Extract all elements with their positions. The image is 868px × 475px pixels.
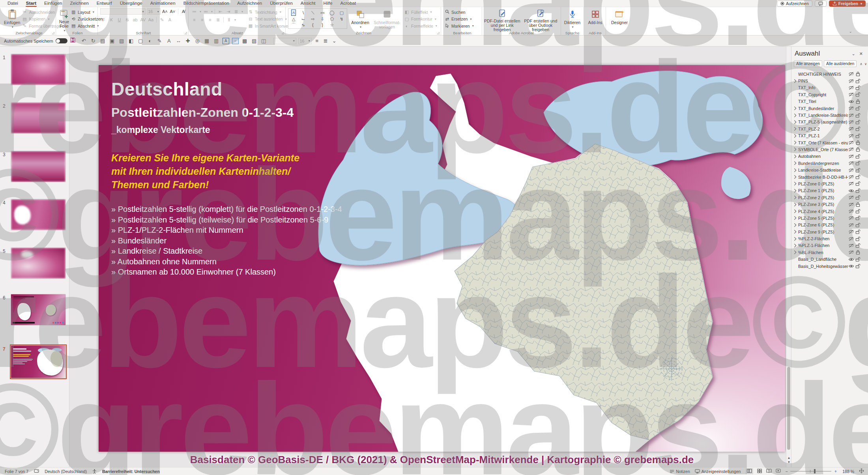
- eye-hidden-icon[interactable]: [848, 154, 855, 159]
- paste-button[interactable]: Einfügen ▾: [4, 8, 20, 30]
- new-slide-button[interactable]: Neue Folie ▾: [59, 8, 69, 30]
- addins-button[interactable]: Add-Ins: [586, 8, 604, 30]
- lock-closed-icon[interactable]: [855, 147, 861, 152]
- expand-chevron-icon[interactable]: [794, 168, 798, 172]
- layer-row[interactable]: PLZ-Zone 0 (PLZ5): [791, 180, 868, 187]
- shape-5-icon[interactable]: ▢: [340, 10, 344, 15]
- paste-icon[interactable]: ▣: [109, 38, 116, 44]
- eye-visible-icon[interactable]: [848, 99, 855, 104]
- eye-hidden-icon[interactable]: [848, 175, 855, 179]
- redo-icon[interactable]: ↻: [90, 38, 97, 44]
- layer-row[interactable]: Basis_D_Landfläche: [791, 256, 868, 263]
- lock-open-icon[interactable]: [855, 154, 861, 159]
- align-center-button[interactable]: ≡: [199, 17, 206, 23]
- group-objects-icon[interactable]: ▩: [241, 38, 248, 44]
- shape-effects-icon[interactable]: ◐: [147, 38, 153, 44]
- designer-button[interactable]: Designer: [608, 8, 631, 30]
- expand-chevron-icon[interactable]: [794, 154, 798, 159]
- menu-tab-animationen[interactable]: Animationen: [147, 0, 179, 7]
- collapse-ribbon-icon[interactable]: ⌄: [849, 29, 852, 34]
- eye-hidden-icon[interactable]: [848, 79, 855, 83]
- increase-font-icon[interactable]: A˄: [162, 8, 168, 15]
- shape-1-icon[interactable]: \: [303, 10, 304, 15]
- fit-to-window-icon[interactable]: [859, 468, 864, 474]
- eye-hidden-icon[interactable]: [848, 181, 855, 186]
- expand-chevron-icon[interactable]: [794, 243, 798, 248]
- next-slide-icon[interactable]: ▼: [788, 460, 791, 464]
- lock-open-icon[interactable]: [855, 168, 861, 173]
- layer-row[interactable]: TXT_Orte (7 Klassen - einzeln ein...: [791, 139, 868, 146]
- shape-10-icon[interactable]: ⬠: [330, 16, 334, 22]
- expand-chevron-icon[interactable]: [794, 230, 798, 234]
- presenter-display-icon[interactable]: [34, 469, 39, 473]
- eye-hidden-icon[interactable]: [848, 223, 855, 227]
- line-spacing-options-icon[interactable]: ≣: [322, 38, 329, 44]
- shape-16-icon[interactable]: ☆: [330, 22, 334, 28]
- notes-button[interactable]: Notizen: [670, 469, 690, 474]
- underline-button[interactable]: U: [116, 17, 123, 23]
- layer-row[interactable]: PLZ-Zone 4 (PLZ5): [791, 208, 868, 215]
- shape-15-icon[interactable]: }: [322, 22, 323, 28]
- replace-button[interactable]: ⇄Ersetzen▾: [444, 16, 474, 22]
- shape-fill-button[interactable]: ◧Fülleffekt▾: [404, 9, 437, 15]
- shape-12-icon[interactable]: ⌒: [292, 22, 296, 28]
- lock-open-icon[interactable]: [855, 113, 861, 118]
- lock-open-icon[interactable]: [855, 257, 861, 262]
- lock-open-icon[interactable]: [855, 215, 861, 221]
- shape-11-icon[interactable]: ↯: [340, 16, 343, 22]
- text-color-icon[interactable]: A: [166, 38, 172, 44]
- eye-hidden-icon[interactable]: [848, 127, 855, 131]
- lock-open-icon[interactable]: [855, 264, 861, 269]
- slide-thumbnail-7-selected[interactable]: [11, 346, 65, 378]
- shape-fill-icon[interactable]: ◧: [128, 38, 135, 44]
- expand-chevron-icon[interactable]: [794, 79, 798, 83]
- lock-open-icon[interactable]: [855, 236, 861, 241]
- eye-hidden-icon[interactable]: [848, 113, 855, 118]
- layer-row[interactable]: Landkreise-Stadtkreise: [791, 166, 868, 173]
- section-button[interactable]: ▤Abschnitt▾: [71, 23, 103, 29]
- eye-hidden-icon[interactable]: [848, 250, 855, 254]
- expand-chevron-icon[interactable]: [794, 237, 798, 241]
- shapes-gallery[interactable]: A\⟍▭◯▢△⌙⇨⇩⬠↯⌒∿{}☆: [288, 8, 347, 29]
- lock-open-icon[interactable]: [855, 126, 861, 131]
- pdf-create-outlook-button[interactable]: PDF erstellen und über Outlook freigeben: [522, 8, 559, 30]
- menu-tab-hilfe[interactable]: Hilfe: [320, 0, 336, 7]
- columns-button[interactable]: ⫴: [226, 17, 232, 23]
- pane-scroll-up-icon[interactable]: ∧: [860, 62, 862, 66]
- eye-hidden-icon[interactable]: [848, 92, 855, 97]
- format-painter-button[interactable]: ✎Format übertragen: [22, 23, 63, 29]
- shape-0-icon[interactable]: A: [291, 9, 296, 16]
- eye-hidden-icon[interactable]: [848, 134, 855, 138]
- pdf-create-link-button[interactable]: PDF-Datei erstellen und per Link freigeb…: [484, 8, 521, 30]
- pane-close-icon[interactable]: ✕: [857, 51, 865, 56]
- quick-styles-button[interactable]: Schnellformat-vorlagen: [373, 8, 401, 30]
- menu-tab-bildschirmpräsentation[interactable]: Bildschirmpräsentation: [180, 0, 233, 7]
- eye-hidden-icon[interactable]: [848, 237, 855, 241]
- expand-chevron-icon[interactable]: [794, 195, 798, 200]
- zoom-level[interactable]: 188 %: [842, 469, 854, 474]
- copy-icon[interactable]: ▤: [99, 38, 106, 44]
- slide-editing-surface[interactable]: Deutschland Postleitzahlen-Zonen 0-1-2-3…: [99, 65, 785, 452]
- lock-open-icon[interactable]: [855, 229, 861, 234]
- selection-mode-icon[interactable]: ▫: [232, 38, 239, 44]
- slide-canvas[interactable]: Deutschland Postleitzahlen-Zonen 0-1-2-3…: [69, 47, 786, 467]
- table-icon[interactable]: ▦: [204, 38, 210, 44]
- search-icon[interactable]: ◎: [194, 38, 201, 44]
- menu-tab-datei[interactable]: Datei: [4, 0, 22, 7]
- zoom-in-icon[interactable]: ＋: [834, 469, 838, 474]
- slide-thumbnail-1[interactable]: [11, 54, 65, 85]
- layer-row[interactable]: TXT_Landkreise-Stadtkreise: [791, 112, 868, 118]
- document-icon[interactable]: ▥: [213, 38, 220, 44]
- lock-open-icon[interactable]: [855, 161, 861, 166]
- insert-picture-icon[interactable]: ◫: [260, 38, 267, 44]
- lock-open-icon[interactable]: [855, 106, 861, 111]
- layer-row[interactable]: Autobahnen: [791, 153, 868, 160]
- layer-row[interactable]: PLZ-Zone 2 (PLZ5): [791, 194, 868, 201]
- language-indicator[interactable]: Deutsch (Deutschland): [45, 469, 87, 474]
- eye-hidden-icon[interactable]: [848, 230, 855, 234]
- layer-row[interactable]: TXT_PLZ-1: [791, 133, 868, 139]
- eye-hidden-icon[interactable]: [848, 147, 855, 151]
- lock-closed-icon[interactable]: [855, 140, 861, 145]
- layer-row[interactable]: TXT_PLZ-2: [791, 125, 868, 132]
- expand-chevron-icon[interactable]: [794, 181, 798, 186]
